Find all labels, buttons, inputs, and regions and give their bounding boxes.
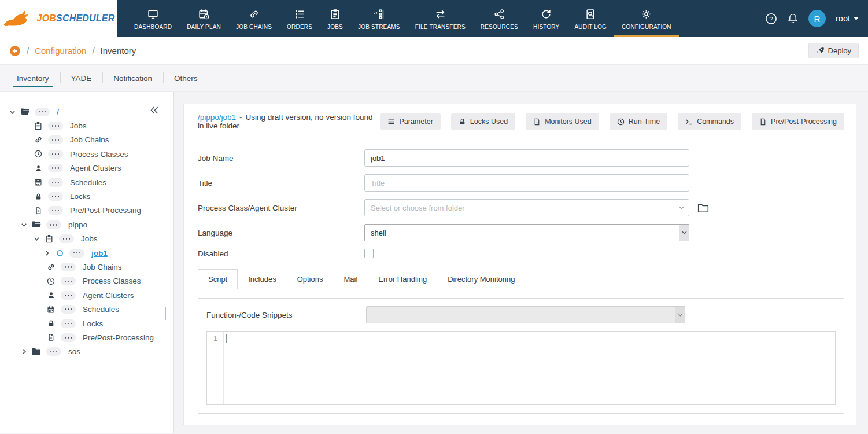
tree-item-label[interactable]: Locks (83, 319, 103, 328)
back-circle-icon[interactable] (9, 45, 21, 57)
chevron-right-icon[interactable] (21, 348, 28, 355)
tree-row-agent-clusters[interactable]: Agent Clusters (0, 161, 173, 175)
nav-item-file-transfers[interactable]: FILE TRANSFERS (408, 0, 473, 37)
nav-item-dashboard[interactable]: DASHBOARD (127, 0, 179, 37)
tree-row-pippo-agent-clusters[interactable]: Agent Clusters (0, 288, 173, 302)
tree-item-menu-button[interactable] (46, 347, 61, 356)
tree-item-menu-button[interactable] (48, 178, 63, 187)
tree-item-menu-button[interactable] (59, 234, 74, 243)
tree-item-label[interactable]: Jobs (81, 234, 98, 243)
chevron-down-icon[interactable] (21, 222, 28, 228)
tree-item-label[interactable]: Schedules (70, 178, 106, 187)
tree-item-label[interactable]: Process Classes (83, 277, 141, 285)
tree-item-menu-button[interactable] (48, 135, 63, 144)
nav-item-resources[interactable]: RESOURCES (473, 0, 526, 37)
tab-inventory[interactable]: Inventory (6, 65, 60, 91)
script-code-editor[interactable]: 1 (206, 331, 836, 405)
nav-item-job-streams[interactable]: a JOB STREAMS (350, 0, 408, 37)
tree-row-pre-post-processing[interactable]: Pre/Post-Processing (0, 204, 173, 218)
tree-item-label[interactable]: Process Classes (70, 150, 128, 159)
tree-row-pippo-process-classes[interactable]: Process Classes (0, 274, 173, 288)
tab-script[interactable]: Script (198, 269, 238, 289)
tree-row-jobs[interactable]: Jobs (0, 119, 173, 133)
tree-item-menu-button[interactable] (61, 277, 76, 285)
breadcrumb-link-configuration[interactable]: Configuration (35, 46, 86, 56)
tree-item-menu-button[interactable] (61, 305, 76, 314)
tree-row-schedules[interactable]: Schedules (0, 175, 173, 189)
avatar[interactable]: R (808, 10, 826, 27)
tree-item-label[interactable]: Pre/Post-Processing (70, 206, 141, 215)
chevron-down-icon[interactable] (679, 225, 689, 241)
tree-item-label[interactable]: sos (68, 347, 80, 356)
deploy-button[interactable]: Deploy (808, 43, 859, 58)
tab-notification[interactable]: Notification (102, 65, 163, 91)
tab-mail[interactable]: Mail (333, 269, 368, 289)
tree-item-label[interactable]: Agent Clusters (70, 164, 121, 172)
nav-item-daily-plan[interactable]: DAILY PLAN (179, 0, 228, 37)
chevron-down-icon[interactable] (34, 236, 41, 242)
nav-item-orders[interactable]: ORDERS (279, 0, 320, 37)
job-name-field[interactable] (364, 149, 689, 167)
help-icon[interactable]: ? (765, 13, 777, 25)
nav-item-job-chains[interactable]: JOB CHAINS (228, 0, 279, 37)
tree-row-locks[interactable]: Locks (0, 189, 173, 203)
tree-item-menu-button[interactable] (48, 164, 63, 172)
tree-item-label[interactable]: Schedules (83, 305, 119, 314)
tab-yade[interactable]: YADE (60, 65, 103, 91)
tree-item-label[interactable]: Job Chains (83, 263, 122, 271)
nav-item-history[interactable]: HISTORY (526, 0, 567, 37)
tree-row-pippo-locks[interactable]: Locks (0, 317, 173, 330)
monitors-used-button[interactable]: Monitors Used (526, 113, 599, 130)
chevron-down-icon[interactable] (679, 206, 684, 209)
tree-item-menu-button[interactable] (48, 150, 63, 159)
bell-icon[interactable] (787, 13, 799, 24)
tree-item-label[interactable]: / (57, 108, 59, 116)
title-field[interactable] (364, 174, 689, 192)
tab-directory-monitoring[interactable]: Directory Monitoring (437, 269, 525, 289)
jobscheduler-logo[interactable]: JOBSCHEDULER (0, 0, 117, 37)
commands-button[interactable]: Commands (678, 113, 741, 130)
job-path-link[interactable]: /pippo/job1 (198, 113, 236, 122)
tree-item-menu-button[interactable] (61, 333, 76, 342)
tab-options[interactable]: Options (287, 269, 334, 289)
tree-row-job1[interactable]: job1 (0, 246, 173, 260)
language-select[interactable]: shell (364, 224, 689, 241)
tree-item-label[interactable]: pippo (68, 220, 87, 229)
user-menu[interactable]: root (836, 14, 859, 23)
folder-outline-icon[interactable] (697, 203, 709, 213)
tree-row-pippo-jobs[interactable]: Jobs (0, 232, 173, 246)
tree-row-root[interactable]: / (0, 105, 173, 119)
tab-includes[interactable]: Includes (238, 269, 286, 289)
tree-item-label[interactable]: Job Chains (70, 135, 109, 144)
tree-item-menu-button[interactable] (46, 220, 61, 229)
tree-item-menu-button[interactable] (48, 192, 63, 201)
tree-row-job-chains[interactable]: Job Chains (0, 133, 173, 147)
tree-row-pippo[interactable]: pippo (0, 218, 173, 231)
tree-row-process-classes[interactable]: Process Classes (0, 147, 173, 161)
tree-row-pippo-schedules[interactable]: Schedules (0, 302, 173, 316)
nav-item-configuration[interactable]: CONFIGURATION (614, 0, 679, 37)
tree-row-pippo-pre-post-processing[interactable]: Pre/Post-Processing (0, 330, 173, 344)
nav-item-jobs[interactable]: JOBS (320, 0, 350, 37)
pre-post-processing-button[interactable]: Pre/Post-Processing (752, 113, 844, 130)
tree-item-label[interactable]: job1 (91, 249, 108, 258)
tree-item-menu-button[interactable] (61, 291, 76, 300)
tree-item-menu-button[interactable] (48, 122, 63, 130)
tree-item-label[interactable]: Jobs (70, 122, 87, 130)
tree-row-pippo-job-chains[interactable]: Job Chains (0, 260, 173, 274)
tab-error-handling[interactable]: Error Handling (368, 269, 437, 289)
tree-item-menu-button[interactable] (48, 206, 63, 215)
nav-item-audit-log[interactable]: AUDIT LOG (567, 0, 614, 37)
tab-others[interactable]: Others (163, 65, 209, 91)
tree-item-menu-button[interactable] (61, 263, 76, 271)
process-class-field[interactable] (364, 199, 689, 216)
tree-item-menu-button[interactable] (69, 249, 84, 258)
tree-row-sos[interactable]: sos (0, 345, 173, 359)
run-time-button[interactable]: Run-Time (610, 113, 667, 130)
collapse-double-chevron-icon[interactable] (150, 106, 158, 114)
chevron-down-icon[interactable] (9, 109, 17, 115)
sidebar-resize-handle[interactable] (165, 307, 168, 320)
process-class-combobox[interactable] (364, 199, 689, 216)
tree-item-label[interactable]: Pre/Post-Processing (83, 333, 154, 342)
tree-item-menu-button[interactable] (61, 319, 76, 328)
